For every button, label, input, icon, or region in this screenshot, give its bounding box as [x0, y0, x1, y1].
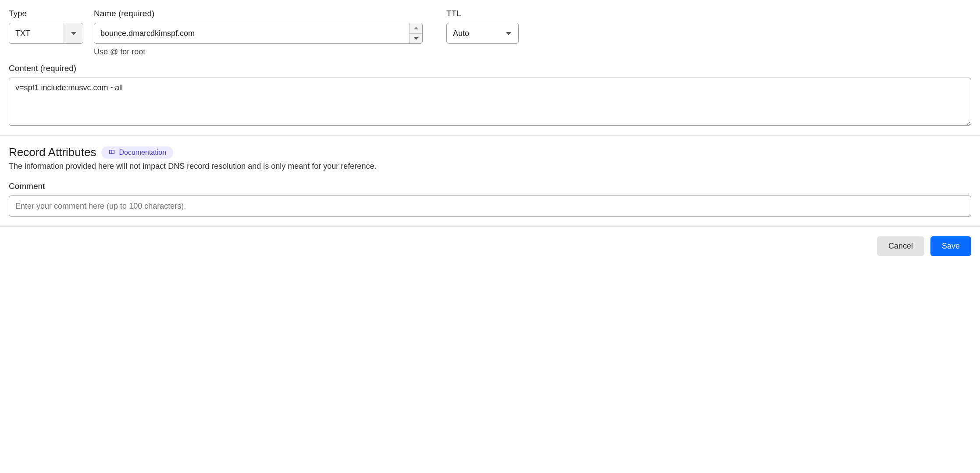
type-select[interactable]: TXT	[9, 23, 83, 44]
name-stepper[interactable]	[409, 23, 422, 43]
name-combobox[interactable]	[94, 23, 423, 44]
content-textarea[interactable]	[9, 78, 971, 126]
name-label: Name (required)	[94, 9, 423, 18]
ttl-dropdown-button[interactable]	[499, 23, 518, 43]
documentation-label: Documentation	[119, 149, 166, 156]
chevron-up-icon	[414, 27, 418, 29]
record-attributes-description: The information provided here will not i…	[9, 162, 971, 171]
ttl-label: TTL	[446, 9, 519, 18]
chevron-down-icon	[414, 37, 418, 40]
name-step-up[interactable]	[410, 23, 422, 33]
footer-divider	[0, 226, 980, 227]
name-input[interactable]	[94, 23, 409, 43]
save-button[interactable]: Save	[930, 236, 971, 256]
chevron-down-icon	[506, 32, 511, 35]
chevron-down-icon	[71, 32, 76, 35]
type-value: TXT	[9, 23, 64, 43]
ttl-value: Auto	[447, 23, 499, 43]
name-step-down[interactable]	[410, 33, 422, 44]
book-icon	[108, 149, 115, 156]
name-hint: Use @ for root	[94, 47, 423, 57]
section-divider	[0, 135, 980, 136]
type-label: Type	[9, 9, 83, 18]
content-label: Content (required)	[9, 64, 971, 73]
comment-label: Comment	[9, 181, 971, 191]
type-dropdown-button[interactable]	[64, 23, 83, 43]
cancel-button[interactable]: Cancel	[877, 236, 924, 256]
ttl-select[interactable]: Auto	[446, 23, 519, 44]
comment-input[interactable]	[9, 196, 971, 217]
record-attributes-title: Record Attributes	[9, 146, 96, 159]
documentation-link[interactable]: Documentation	[101, 146, 173, 159]
